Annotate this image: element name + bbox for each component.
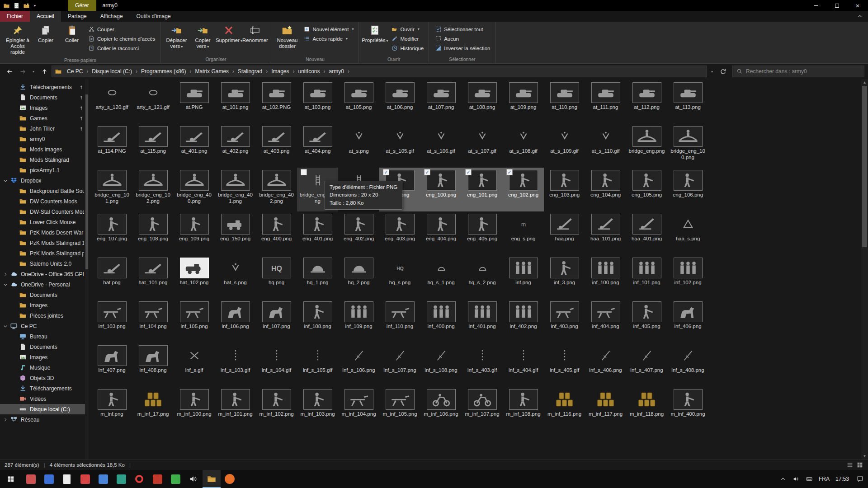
- tab-file[interactable]: Fichier: [0, 11, 30, 22]
- file-tile[interactable]: at_s_107.gif: [462, 124, 503, 168]
- file-tile[interactable]: hat.png: [91, 255, 132, 299]
- file-tile[interactable]: eng_108.png: [132, 211, 174, 255]
- file-tile[interactable]: at_s_109.gif: [544, 124, 585, 168]
- file-tile[interactable]: eng_401.png: [297, 211, 338, 255]
- file-tile[interactable]: HQhq_s.png: [379, 255, 420, 299]
- file-tile[interactable]: inf_408.png: [132, 343, 174, 387]
- select-none-button[interactable]: Aucun: [434, 35, 491, 42]
- file-tile[interactable]: haa_401.png: [626, 211, 667, 255]
- file-tile[interactable]: at_109.png: [503, 80, 544, 124]
- file-tile[interactable]: bridge_eng_401.png: [215, 168, 256, 211]
- taskbar-app-icon-5[interactable]: [94, 470, 112, 488]
- back-button[interactable]: [4, 66, 15, 77]
- sidebar-item-vid-os[interactable]: Vidéos: [0, 394, 89, 404]
- scroll-down-arrow-icon[interactable]: ▼: [861, 453, 868, 460]
- file-tile[interactable]: eng_402.png: [338, 211, 379, 255]
- file-tile[interactable]: inf_106.png: [215, 299, 256, 343]
- file-tile[interactable]: arty_s_121.gif: [132, 80, 174, 124]
- file-tile[interactable]: m_inf_106.png: [420, 387, 462, 431]
- tab-home[interactable]: Accueil: [30, 11, 61, 22]
- file-tile[interactable]: at_s_105.gif: [379, 124, 420, 168]
- file-tile[interactable]: bridge_eng.png: [626, 124, 667, 168]
- file-tile[interactable]: hat_s.png: [215, 255, 256, 299]
- file-tile[interactable]: hq_1.png: [297, 255, 338, 299]
- sidebar-item-games[interactable]: Games: [0, 113, 89, 123]
- up-button[interactable]: [38, 66, 50, 77]
- file-tile[interactable]: at.PNG: [174, 80, 215, 124]
- file-tile[interactable]: m_inf_101.png: [215, 387, 256, 431]
- file-tile[interactable]: inf.png: [503, 255, 544, 299]
- file-tile[interactable]: bridge_eng_101.png: [91, 168, 132, 211]
- breadcrumb-segment[interactable]: army0: [326, 68, 347, 75]
- invert-selection-button[interactable]: Inverser la sélection: [434, 44, 491, 52]
- file-tile[interactable]: eng_104.png: [585, 168, 626, 211]
- file-checkbox[interactable]: ✓: [424, 169, 430, 175]
- file-tile[interactable]: haa_101.png: [585, 211, 626, 255]
- taskbar-app-icon-3[interactable]: [58, 470, 76, 488]
- new-item-button[interactable]: Nouvel élément▾: [302, 25, 355, 33]
- file-tile[interactable]: eng_105.png: [626, 168, 667, 211]
- sidebar-item-pzk-mods-stalingrad-pics[interactable]: PzK Mods Stalingrad pics: [0, 248, 89, 258]
- details-view-button[interactable]: [846, 461, 854, 469]
- sidebar-item-john-tiller[interactable]: John Tiller: [0, 123, 89, 134]
- file-tile[interactable]: m_inf_17.png: [132, 387, 174, 431]
- sidebar-item-background-battle-sound[interactable]: Background Battle Sound: [0, 186, 89, 196]
- file-tile[interactable]: at_s_110.gif: [585, 124, 626, 168]
- sidebar-item-images[interactable]: Images: [0, 103, 89, 113]
- chevron-down-icon[interactable]: [2, 282, 9, 288]
- pin-to-quick-access-button[interactable]: Épingler àAccès rapide: [3, 23, 33, 57]
- file-tile[interactable]: inf_401.png: [462, 299, 503, 343]
- file-tile[interactable]: m_inf_118.png: [626, 387, 667, 431]
- select-all-button[interactable]: Sélectionner tout: [434, 25, 491, 33]
- file-explorer-icon[interactable]: [203, 470, 221, 488]
- qat-properties-icon[interactable]: [13, 2, 20, 9]
- file-tile[interactable]: hat_101.png: [132, 255, 174, 299]
- file-tile[interactable]: inf_109.png: [338, 299, 379, 343]
- file-tile[interactable]: inf_107.png: [256, 299, 297, 343]
- file-tile[interactable]: inf_s_405.gif: [544, 343, 585, 387]
- show-hidden-icons-chevron[interactable]: [779, 475, 787, 483]
- file-tile[interactable]: at_s_108.gif: [503, 124, 544, 168]
- tab-view[interactable]: Affichage: [94, 11, 130, 22]
- sidebar-item-t-l-chargements[interactable]: Téléchargements: [0, 383, 89, 394]
- file-tile[interactable]: hq_s_1.png: [420, 255, 462, 299]
- file-tile[interactable]: inf_404.png: [585, 299, 626, 343]
- action-center-button[interactable]: [852, 470, 868, 488]
- file-tile[interactable]: m_inf_104.png: [338, 387, 379, 431]
- file-tile[interactable]: inf_s_403.gif: [462, 343, 503, 387]
- history-button[interactable]: Historique: [390, 44, 425, 52]
- minimize-button[interactable]: [806, 0, 826, 11]
- chevron-right-icon[interactable]: [2, 417, 9, 423]
- sidebar-item-bureau[interactable]: Bureau: [0, 331, 89, 342]
- forward-button[interactable]: [17, 66, 28, 77]
- file-tile[interactable]: inf_s_406.png: [585, 343, 626, 387]
- cut-button[interactable]: Couper: [87, 25, 156, 33]
- file-tile[interactable]: inf_s_404.gif: [503, 343, 544, 387]
- file-tile[interactable]: arty_s_120.gif: [91, 80, 132, 124]
- chevron-right-icon[interactable]: [2, 271, 9, 277]
- file-tile[interactable]: inf_400.png: [420, 299, 462, 343]
- tab-share[interactable]: Partage: [61, 11, 94, 22]
- sidebar-item-lower-click-mouse[interactable]: Lower Click Mouse: [0, 217, 89, 227]
- file-tile[interactable]: at_103.png: [297, 80, 338, 124]
- sidebar-item-pzk-mods-desert-war-194[interactable]: PzK Mods Desert War 194: [0, 227, 89, 238]
- volume-mixer-icon[interactable]: [184, 470, 203, 488]
- move-to-button[interactable]: Déplacer vers▾: [163, 23, 189, 51]
- easy-access-button[interactable]: Accès rapide▾: [302, 35, 355, 42]
- file-tile[interactable]: at_402.png: [215, 124, 256, 168]
- copy-path-button[interactable]: Copier le chemin d’accès: [87, 35, 156, 42]
- file-tile[interactable]: at_107.png: [420, 80, 462, 124]
- chevron-down-icon[interactable]: [2, 323, 9, 329]
- file-tile[interactable]: inf_s_105.gif: [297, 343, 338, 387]
- sidebar-item-objets-3d[interactable]: Objets 3D: [0, 373, 89, 383]
- file-tile[interactable]: inf_403.png: [544, 299, 585, 343]
- file-tile[interactable]: m_inf_105.png: [379, 387, 420, 431]
- delete-button[interactable]: Supprimer▾: [216, 23, 242, 45]
- file-checkbox[interactable]: ✓: [506, 169, 513, 175]
- sidebar-item-images[interactable]: Images: [0, 300, 89, 310]
- breadcrumb-segment[interactable]: Matrix Games: [192, 68, 232, 75]
- recent-locations-button[interactable]: ▾: [30, 66, 37, 77]
- file-tile[interactable]: m_inf_400.png: [667, 387, 708, 431]
- file-tile[interactable]: meng_s.png: [503, 211, 544, 255]
- file-tile[interactable]: inf_3.png: [544, 255, 585, 299]
